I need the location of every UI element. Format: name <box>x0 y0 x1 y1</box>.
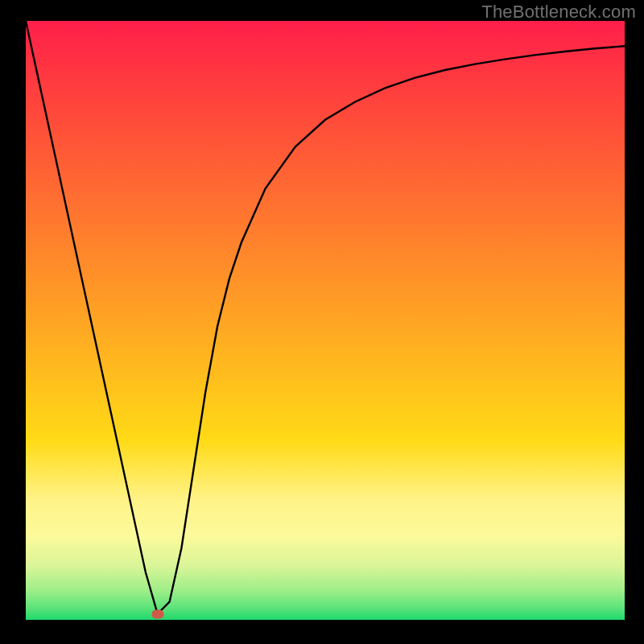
chart-frame: TheBottleneck.com <box>0 0 644 644</box>
minimum-marker <box>151 609 163 618</box>
curve-path <box>26 21 625 614</box>
plot-area <box>26 21 625 620</box>
watermark-text: TheBottleneck.com <box>481 2 636 23</box>
bottleneck-curve <box>26 21 625 620</box>
